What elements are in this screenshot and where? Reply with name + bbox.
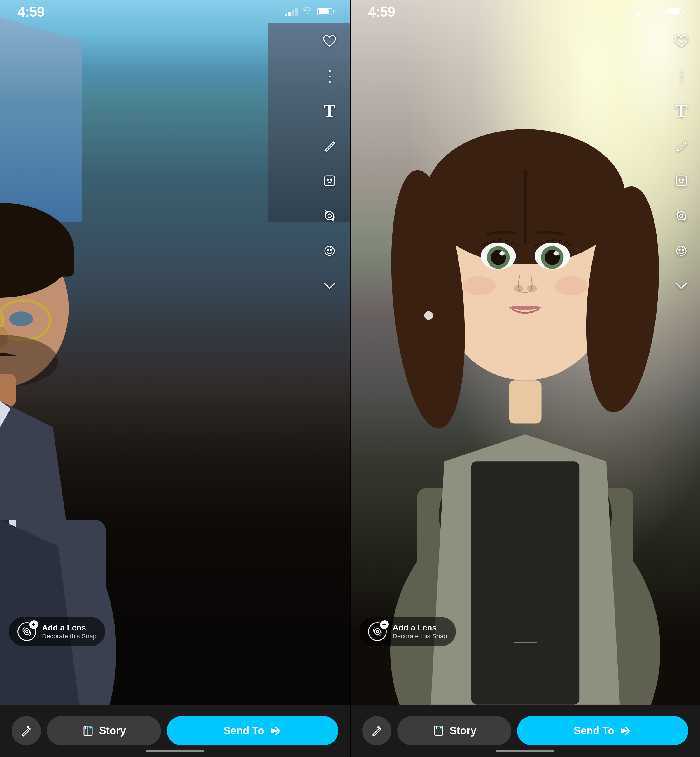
- left-status-bar: 4:59: [0, 0, 350, 23]
- right-phone: 4:59: [350, 0, 700, 757]
- left-sticker-icon[interactable]: [318, 169, 341, 192]
- svg-point-57: [555, 276, 588, 295]
- left-send-button[interactable]: Send To: [167, 716, 338, 745]
- left-signal-icon: [285, 7, 297, 16]
- svg-point-25: [327, 249, 329, 251]
- left-bottom-bar: Story Send To: [0, 704, 350, 757]
- right-pencil-icon[interactable]: [670, 134, 693, 158]
- svg-rect-37: [471, 461, 579, 704]
- right-heart-icon[interactable]: [670, 29, 693, 53]
- right-story-label: Story: [450, 725, 477, 737]
- svg-point-62: [680, 214, 683, 217]
- left-more-icon[interactable]: ⋮: [318, 64, 341, 87]
- left-home-indicator: [146, 750, 204, 752]
- left-person-svg: [0, 70, 175, 704]
- svg-point-21: [331, 179, 332, 180]
- left-story-button[interactable]: Story: [47, 716, 161, 745]
- left-lens-subtitle: Decorate this Snap: [42, 632, 97, 640]
- right-status-bar: 4:59: [351, 0, 700, 23]
- svg-point-23: [328, 214, 331, 217]
- svg-point-61: [677, 212, 686, 220]
- left-battery-icon: [317, 8, 333, 16]
- left-phone: 4:59: [0, 0, 350, 757]
- left-add-lens-btn[interactable]: + Add a Lens Decorate this Snap: [9, 617, 105, 646]
- right-lens-subtitle: Decorate this Snap: [392, 632, 447, 640]
- svg-point-63: [677, 246, 686, 256]
- right-sticker-icon[interactable]: [670, 169, 693, 192]
- right-bottom-bar: Story Send To: [351, 704, 700, 757]
- svg-point-51: [499, 251, 505, 256]
- left-heart-icon[interactable]: [318, 29, 341, 53]
- svg-point-10: [9, 311, 33, 326]
- svg-point-59: [679, 179, 680, 180]
- svg-point-56: [463, 276, 495, 295]
- right-story-button[interactable]: Story: [397, 716, 511, 745]
- svg-point-68: [377, 726, 380, 729]
- svg-point-29: [27, 726, 29, 729]
- right-emoji-icon[interactable]: [670, 239, 693, 262]
- right-time: 4:59: [368, 4, 395, 20]
- svg-marker-17: [0, 401, 66, 520]
- left-lens-icon: +: [17, 622, 36, 641]
- right-signal-icon: [635, 7, 647, 16]
- svg-point-27: [24, 629, 30, 635]
- right-swipe-indicator: [514, 641, 537, 643]
- svg-point-26: [331, 249, 332, 251]
- right-send-button[interactable]: Send To: [517, 716, 688, 745]
- right-home-indicator: [496, 750, 555, 752]
- right-wifi-icon: [652, 6, 662, 17]
- right-more-icon[interactable]: ⋮: [670, 64, 693, 87]
- left-send-label: Send To: [223, 725, 264, 737]
- svg-point-53: [514, 286, 523, 292]
- right-send-label: Send To: [574, 725, 614, 737]
- right-chevron-icon[interactable]: [670, 274, 693, 297]
- right-person-svg: [351, 56, 700, 704]
- right-lens-title: Add a Lens: [392, 623, 447, 632]
- svg-rect-16: [0, 375, 16, 406]
- svg-point-22: [325, 212, 334, 220]
- svg-point-65: [683, 249, 684, 251]
- right-lens-swap-icon[interactable]: [670, 204, 693, 228]
- left-lens-title: Add a Lens: [42, 623, 97, 632]
- svg-rect-8: [0, 250, 74, 277]
- svg-point-60: [683, 179, 684, 180]
- left-wifi-icon: [302, 6, 312, 17]
- svg-point-64: [679, 249, 680, 251]
- right-status-icons: [635, 6, 683, 17]
- svg-point-55: [424, 311, 433, 320]
- left-story-label: Story: [99, 725, 126, 737]
- svg-rect-38: [509, 381, 541, 424]
- svg-rect-19: [325, 176, 334, 186]
- left-pencil-icon[interactable]: [318, 134, 341, 158]
- left-chevron-icon[interactable]: [318, 274, 341, 297]
- svg-point-24: [325, 246, 334, 256]
- left-text-icon[interactable]: T: [318, 99, 341, 122]
- left-edit-button[interactable]: [12, 716, 41, 745]
- right-battery-icon: [667, 8, 683, 16]
- right-toolbar: ⋮ T: [670, 29, 693, 297]
- left-lens-swap-icon[interactable]: [318, 204, 341, 228]
- right-snap-image[interactable]: ⋮ T: [351, 0, 700, 704]
- left-status-icons: [285, 6, 333, 17]
- svg-point-67: [376, 631, 378, 633]
- right-lens-icon: +: [368, 622, 387, 641]
- left-snap-image[interactable]: ⋮ T: [0, 0, 350, 704]
- svg-point-66: [375, 629, 380, 635]
- svg-point-28: [26, 631, 28, 633]
- right-edit-button[interactable]: [362, 716, 391, 745]
- left-time: 4:59: [17, 4, 44, 20]
- left-emoji-icon[interactable]: [318, 239, 341, 262]
- svg-point-54: [527, 286, 537, 292]
- right-text-icon[interactable]: T: [670, 99, 693, 122]
- svg-rect-58: [677, 176, 686, 186]
- svg-point-52: [553, 251, 559, 256]
- right-add-lens-btn[interactable]: + Add a Lens Decorate this Snap: [359, 617, 456, 646]
- left-toolbar: ⋮ T: [318, 29, 341, 297]
- svg-point-20: [327, 179, 328, 180]
